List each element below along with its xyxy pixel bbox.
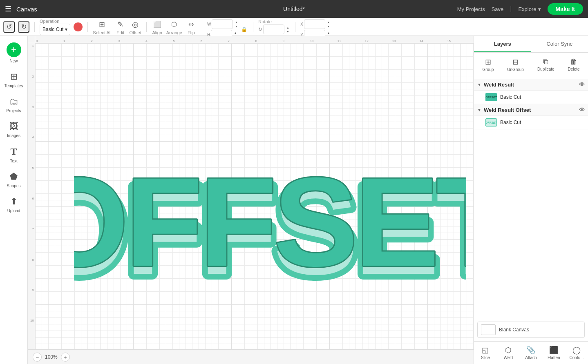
height-up[interactable]: ▲	[233, 31, 238, 35]
explore-link[interactable]: Explore ▾	[518, 6, 541, 12]
my-projects-link[interactable]: My Projects	[457, 6, 485, 12]
contour-label: Contu...	[570, 355, 584, 360]
slice-tool[interactable]: ◱ Slice	[474, 343, 497, 362]
duplicate-icon: ⧉	[543, 58, 548, 66]
blank-canvas-area: Blank Canvas	[474, 318, 588, 341]
attach-tool[interactable]: 📎 Attach	[520, 343, 543, 362]
layer-group-weld-result-offset: ▼ Weld Result Offset 👁 OFFSET Basic Cut	[474, 104, 588, 129]
edit-group: ✎ Edit	[115, 19, 126, 35]
ruler-h-mark-11: 11	[337, 39, 364, 43]
duplicate-action[interactable]: ⧉ Duplicate	[534, 56, 558, 73]
undo-button[interactable]: ↺	[3, 21, 15, 33]
delete-action[interactable]: 🗑 Delete	[565, 56, 583, 73]
sidebar-templates-label: Templates	[4, 84, 23, 88]
weld-result-visibility[interactable]: 👁	[579, 81, 585, 88]
width-up[interactable]: ▲	[234, 20, 239, 24]
canvas-grid[interactable]: OFFSET OFFSET	[35, 43, 474, 349]
ruler-v-mark-9: 9	[32, 288, 35, 319]
ruler-h-mark-2: 2	[90, 39, 117, 43]
blank-canvas-box[interactable]: Blank Canvas	[477, 322, 585, 338]
offset-button[interactable]: ◎	[130, 19, 141, 30]
panel-tabs: Layers Color Sync	[474, 36, 588, 53]
nav-divider: |	[510, 5, 512, 13]
toolbar-separator-6	[295, 22, 295, 32]
sidebar-item-upload[interactable]: ⬆ Upload	[2, 193, 26, 216]
redo-button[interactable]: ↻	[18, 21, 29, 33]
sidebar-item-text[interactable]: T Text	[2, 143, 26, 166]
ruler-v-mark-1: 1	[32, 44, 35, 75]
edit-button[interactable]: ✎	[115, 19, 126, 30]
ruler-h-mark-4: 4	[145, 39, 172, 43]
width-input[interactable]	[212, 19, 233, 29]
toolbar-separator-2	[87, 22, 88, 32]
weld-tool[interactable]: ⬡ Weld	[497, 343, 520, 362]
align-button[interactable]: ⬜	[152, 19, 163, 30]
select-all-label: Select All	[93, 30, 111, 35]
group-action[interactable]: ⊞ Group	[479, 56, 497, 73]
layer-item-offset-basic-cut[interactable]: OFFSET Basic Cut	[474, 116, 588, 129]
sidebar-images-label: Images	[7, 133, 20, 138]
rotate-input[interactable]	[263, 24, 284, 34]
width-down[interactable]: ▼	[234, 24, 239, 28]
sidebar-item-new[interactable]: + New	[2, 39, 26, 67]
ruler-h-mark-10: 10	[309, 39, 337, 43]
weld-result-offset-header[interactable]: ▼ Weld Result Offset 👁	[474, 104, 588, 116]
rotate-down[interactable]: ▼	[285, 29, 290, 33]
sidebar-item-shapes[interactable]: ⬟ Shapes	[2, 168, 26, 191]
make-it-button[interactable]: Make It	[548, 3, 583, 15]
ruler-h-mark-3: 3	[117, 39, 145, 43]
attach-label: Attach	[525, 355, 537, 360]
x-up[interactable]: ▲	[326, 20, 331, 24]
sidebar-item-images[interactable]: 🖼 Images	[2, 118, 26, 141]
ruler-v-mark-5: 5	[32, 166, 35, 197]
ruler-horizontal: 0123456789101112131415	[35, 36, 474, 43]
sidebar-item-projects[interactable]: 🗂 Projects	[2, 93, 26, 116]
flip-group: ⇔ Flip	[186, 19, 197, 35]
ungroup-action[interactable]: ⊟ UnGroup	[504, 56, 527, 73]
flip-button[interactable]: ⇔	[186, 19, 197, 30]
tab-layers[interactable]: Layers	[474, 36, 531, 52]
zoom-in-button[interactable]: +	[61, 353, 70, 362]
select-all-button[interactable]: ⊞	[96, 19, 108, 30]
arrange-label: Arrange	[166, 30, 182, 35]
flatten-tool[interactable]: ⬛ Flatten	[542, 343, 565, 362]
x-input[interactable]	[304, 19, 325, 29]
color-swatch[interactable]	[74, 22, 83, 31]
menu-icon[interactable]: ☰	[5, 4, 11, 13]
layers-content: ▼ Weld Result 👁 OFFSET Basic Cut ▼ Weld …	[474, 77, 588, 318]
sidebar-upload-label: Upload	[7, 209, 20, 213]
sidebar-projects-label: Projects	[6, 109, 21, 113]
arrange-button[interactable]: ⬡	[168, 19, 180, 30]
align-group: ⬜ Align	[152, 19, 163, 35]
weld-result-offset-visibility[interactable]: 👁	[579, 107, 585, 113]
layer-item-weld-basic-cut[interactable]: OFFSET Basic Cut	[474, 91, 588, 104]
weld-result-offset-toggle: ▼	[477, 108, 481, 112]
contour-tool[interactable]: ◯ Contu...	[565, 343, 588, 362]
rotate-up[interactable]: ▲	[285, 25, 290, 29]
ungroup-icon: ⊟	[512, 58, 519, 67]
save-link[interactable]: Save	[492, 6, 504, 12]
sidebar-item-templates[interactable]: ⊞ Templates	[2, 68, 26, 91]
ruler-v-mark-4: 4	[32, 135, 35, 166]
weld-label: Weld	[503, 355, 513, 360]
weld-icon: ⬡	[505, 346, 512, 355]
y-up[interactable]: ▲	[326, 31, 331, 35]
flatten-icon: ⬛	[549, 346, 558, 355]
x-down[interactable]: ▼	[326, 24, 331, 28]
sidebar-shapes-label: Shapes	[7, 184, 21, 188]
main-layout: + New ⊞ Templates 🗂 Projects 🖼 Images T …	[0, 36, 588, 364]
blank-canvas-label: Blank Canvas	[499, 327, 529, 333]
text-icon: T	[10, 146, 17, 157]
ruler-h-mark-6: 6	[199, 39, 227, 43]
offset-artwork: OFFSET OFFSET	[74, 78, 466, 315]
tab-color-sync[interactable]: Color Sync	[531, 36, 588, 52]
weld-result-header[interactable]: ▼ Weld Result 👁	[474, 79, 588, 91]
edit-label: Edit	[116, 30, 124, 35]
lock-icon[interactable]: 🔒	[240, 27, 248, 32]
w-label: W	[207, 22, 211, 27]
blank-canvas-thumb	[481, 324, 496, 335]
operation-dropdown[interactable]: Basic Cut ▾	[40, 24, 70, 35]
ruler-h-mark-14: 14	[419, 39, 446, 43]
zoom-out-button[interactable]: −	[33, 353, 42, 362]
new-icon: +	[7, 42, 21, 57]
